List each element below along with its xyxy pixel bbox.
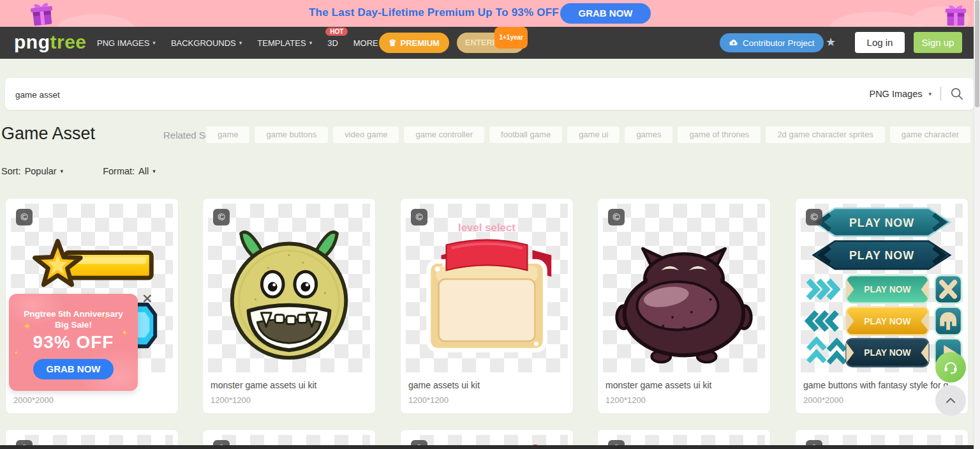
chevron-down-icon: ▾ bbox=[152, 40, 156, 46]
pngtree-search-page: The Last Day-Lifetime Premium Up To 93% … bbox=[0, 0, 980, 449]
copyright-icon: © bbox=[16, 209, 33, 225]
nav-item-templates[interactable]: TEMPLATES▾ bbox=[257, 38, 312, 48]
copyright-icon: © bbox=[806, 209, 822, 225]
favorites-star-icon[interactable]: ★ bbox=[826, 35, 836, 49]
result-card[interactable]: ©monster game assets ui kit1200*1200 bbox=[597, 198, 771, 414]
sort-dropdown[interactable]: Popular ▾ bbox=[25, 166, 64, 176]
svg-text:PLAY NOW: PLAY NOW bbox=[864, 316, 911, 326]
enterprise-button[interactable]: ENTERPRISE 1+1year bbox=[457, 33, 524, 53]
nav-item-backgrounds[interactable]: BACKGROUNDS▾ bbox=[171, 38, 242, 48]
premium-label: PREMIUM bbox=[401, 38, 440, 48]
popup-grab-now-button[interactable]: GRAB NOW bbox=[33, 359, 114, 379]
related-tag-games[interactable]: games bbox=[625, 126, 672, 143]
related-tag-football-game[interactable]: football game bbox=[489, 126, 562, 143]
divider bbox=[940, 87, 941, 101]
nav-item-label: 3D bbox=[327, 38, 338, 48]
search-category-dropdown[interactable]: PNG Images bbox=[869, 89, 922, 99]
thumbnail-play-now-buttons: PLAY NOW PLAY NOW PLAY NOW PLAY NOW PLAY… bbox=[801, 204, 963, 372]
search-icon[interactable] bbox=[950, 87, 964, 101]
cloud-upload-icon bbox=[729, 38, 739, 48]
chevron-down-icon: ▾ bbox=[239, 40, 242, 46]
format-value: All bbox=[138, 166, 149, 176]
card-dimensions: 1200*1200 bbox=[211, 395, 251, 405]
card-dimensions: 1200*1200 bbox=[605, 395, 646, 405]
result-card[interactable]: ©monster game assets ui kit1200*1200 bbox=[202, 198, 376, 414]
result-card[interactable]: PLAY NOW PLAY NOW PLAY NOW PLAY NOW PLAY… bbox=[795, 198, 969, 414]
cloud-decor bbox=[57, 14, 134, 27]
chevron-up-icon bbox=[943, 393, 958, 408]
chevron-down-icon: ▾ bbox=[152, 168, 156, 174]
thumbnail-purple-monster bbox=[603, 204, 765, 372]
nav-item-label: TEMPLATES bbox=[257, 38, 306, 48]
crown-icon: ♛ bbox=[389, 38, 397, 48]
related-tag-video-game[interactable]: video game bbox=[333, 126, 399, 143]
svg-text:PLAY NOW: PLAY NOW bbox=[849, 249, 914, 262]
format-dropdown[interactable]: All ▾ bbox=[138, 166, 156, 176]
sort-value: Popular bbox=[25, 166, 57, 176]
card-title[interactable]: game assets ui kit bbox=[408, 380, 567, 390]
banner-grab-now-button[interactable]: GRAB NOW bbox=[560, 3, 651, 24]
related-tag-game-of-thrones[interactable]: game of thrones bbox=[678, 126, 761, 143]
signup-button[interactable]: Sign up bbox=[914, 32, 962, 53]
card-title[interactable]: monster game assets ui kit bbox=[605, 380, 764, 390]
nav-item-label: PNG IMAGES bbox=[97, 38, 149, 48]
related-tag-game-controller[interactable]: game controller bbox=[404, 126, 484, 143]
related-tag-game-ui[interactable]: game ui bbox=[567, 126, 620, 143]
pngtree-logo[interactable]: pngtree bbox=[14, 31, 87, 53]
related-tag-2d-game-character-sprites[interactable]: 2d game character sprites bbox=[766, 126, 884, 143]
main-navbar: pngtree PNG IMAGES▾BACKGROUNDS▾TEMPLATES… bbox=[0, 27, 980, 59]
svg-text:level select: level select bbox=[458, 222, 516, 234]
copyright-icon: © bbox=[213, 209, 230, 225]
card-title[interactable]: monster game assets ui kit bbox=[211, 380, 369, 390]
nav-item-label: MORE bbox=[353, 38, 378, 48]
nav-item-3d[interactable]: HOT3D bbox=[327, 38, 338, 48]
scrollbar-thumb[interactable] bbox=[975, 0, 979, 107]
nav-item-label: BACKGROUNDS bbox=[171, 38, 236, 48]
popup-title-line2: Big Sale! bbox=[9, 320, 138, 330]
promo-banner: The Last Day-Lifetime Premium Up To 93% … bbox=[0, 0, 980, 27]
card-thumbnail[interactable]: PLAY NOW PLAY NOW PLAY NOW PLAY NOW PLAY… bbox=[801, 204, 963, 372]
thumbnail-green-monster bbox=[208, 204, 370, 372]
premium-button[interactable]: ♛ PREMIUM bbox=[379, 33, 449, 53]
popup-close-icon[interactable]: ✕ bbox=[142, 291, 153, 307]
card-thumbnail[interactable]: level select © bbox=[406, 204, 568, 372]
card-title[interactable]: game buttons with fantasy style for gam… bbox=[803, 380, 961, 390]
search-input[interactable] bbox=[14, 78, 750, 111]
banner-text: The Last Day-Lifetime Premium Up To 93% … bbox=[309, 6, 559, 19]
copyright-icon: © bbox=[608, 209, 625, 225]
chevron-down-icon: ▾ bbox=[61, 168, 64, 174]
chevron-down-icon: ▾ bbox=[309, 40, 313, 46]
support-chat-button[interactable] bbox=[935, 352, 966, 383]
popup-discount: 93% OFF bbox=[9, 332, 138, 353]
contributor-project-button[interactable]: Contributor Project bbox=[720, 33, 824, 52]
page-scrollbar[interactable] bbox=[974, 0, 980, 449]
gift-icon bbox=[27, 0, 58, 27]
related-tag-game[interactable]: game bbox=[206, 126, 250, 143]
related-tag-game-character[interactable]: game character bbox=[890, 126, 970, 143]
gift-icon bbox=[942, 3, 970, 27]
headset-icon bbox=[942, 359, 959, 376]
svg-text:PLAY NOW: PLAY NOW bbox=[864, 284, 911, 294]
logo-part-png: png bbox=[14, 31, 50, 52]
card-thumbnail[interactable]: © bbox=[208, 204, 370, 372]
scroll-to-top-button[interactable] bbox=[935, 385, 966, 416]
page-title: Game Asset bbox=[1, 124, 95, 144]
login-button[interactable]: Log in bbox=[855, 32, 905, 53]
nav-item-png-images[interactable]: PNG IMAGES▾ bbox=[97, 38, 156, 48]
related-tag-game-buttons[interactable]: game buttons bbox=[255, 126, 328, 143]
filter-bar: Sort: Popular ▾ Format: All ▾ bbox=[1, 166, 156, 176]
popup-title-line1: Pngtree 5th Anniversary bbox=[9, 309, 138, 319]
contributor-label: Contributor Project bbox=[743, 38, 815, 48]
related-searches-tags: gamegame buttonsvideo gamegame controlle… bbox=[242, 126, 970, 143]
card-dimensions: 1200*1200 bbox=[408, 395, 449, 405]
copyright-icon: © bbox=[411, 209, 427, 225]
hot-badge: HOT bbox=[325, 27, 348, 36]
logo-part-tree: tree bbox=[50, 31, 86, 52]
anniversary-sale-popup: ✦ ✦ ✦ ✦ Pngtree 5th Anniversary Big Sale… bbox=[9, 294, 138, 391]
card-thumbnail[interactable]: © bbox=[603, 204, 765, 372]
result-card[interactable]: level select ©game assets ui kit1200*120… bbox=[400, 198, 574, 414]
nav-menu: PNG IMAGES▾BACKGROUNDS▾TEMPLATES▾HOT3DMO… bbox=[97, 27, 384, 59]
enterprise-badge: 1+1year bbox=[494, 27, 528, 49]
card-dimensions: 2000*2000 bbox=[13, 395, 54, 405]
format-label: Format: bbox=[103, 166, 135, 176]
